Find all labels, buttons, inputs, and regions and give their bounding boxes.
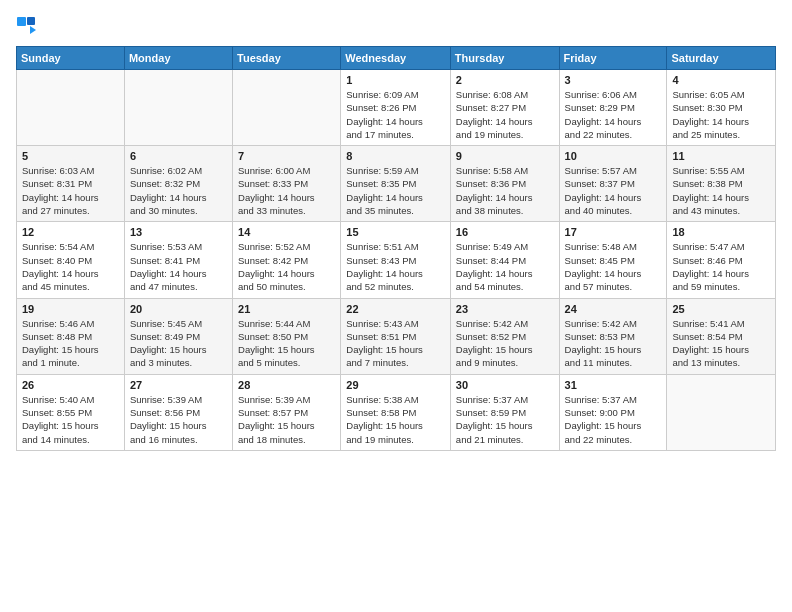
day-cell: 14Sunrise: 5:52 AMSunset: 8:42 PMDayligh… <box>233 222 341 298</box>
header-cell-monday: Monday <box>124 47 232 70</box>
week-row-2: 5Sunrise: 6:03 AMSunset: 8:31 PMDaylight… <box>17 146 776 222</box>
day-number: 10 <box>565 150 662 162</box>
day-info: Sunrise: 5:47 AMSunset: 8:46 PMDaylight:… <box>672 240 770 293</box>
day-info: Sunrise: 6:02 AMSunset: 8:32 PMDaylight:… <box>130 164 227 217</box>
day-cell: 30Sunrise: 5:37 AMSunset: 8:59 PMDayligh… <box>450 374 559 450</box>
day-number: 20 <box>130 303 227 315</box>
logo-icon <box>16 16 36 36</box>
week-row-5: 26Sunrise: 5:40 AMSunset: 8:55 PMDayligh… <box>17 374 776 450</box>
day-cell: 27Sunrise: 5:39 AMSunset: 8:56 PMDayligh… <box>124 374 232 450</box>
svg-marker-2 <box>30 26 36 34</box>
day-info: Sunrise: 5:59 AMSunset: 8:35 PMDaylight:… <box>346 164 445 217</box>
day-number: 12 <box>22 226 119 238</box>
header-row: SundayMondayTuesdayWednesdayThursdayFrid… <box>17 47 776 70</box>
day-number: 31 <box>565 379 662 391</box>
day-number: 9 <box>456 150 554 162</box>
calendar-table: SundayMondayTuesdayWednesdayThursdayFrid… <box>16 46 776 451</box>
day-cell <box>233 70 341 146</box>
day-cell: 1Sunrise: 6:09 AMSunset: 8:26 PMDaylight… <box>341 70 451 146</box>
day-number: 11 <box>672 150 770 162</box>
header-cell-saturday: Saturday <box>667 47 776 70</box>
day-info: Sunrise: 5:48 AMSunset: 8:45 PMDaylight:… <box>565 240 662 293</box>
day-number: 21 <box>238 303 335 315</box>
week-row-3: 12Sunrise: 5:54 AMSunset: 8:40 PMDayligh… <box>17 222 776 298</box>
day-cell: 5Sunrise: 6:03 AMSunset: 8:31 PMDaylight… <box>17 146 125 222</box>
day-number: 18 <box>672 226 770 238</box>
day-cell <box>667 374 776 450</box>
day-info: Sunrise: 5:37 AMSunset: 9:00 PMDaylight:… <box>565 393 662 446</box>
day-info: Sunrise: 5:45 AMSunset: 8:49 PMDaylight:… <box>130 317 227 370</box>
day-cell: 3Sunrise: 6:06 AMSunset: 8:29 PMDaylight… <box>559 70 667 146</box>
logo <box>16 16 38 36</box>
day-cell: 12Sunrise: 5:54 AMSunset: 8:40 PMDayligh… <box>17 222 125 298</box>
day-info: Sunrise: 5:44 AMSunset: 8:50 PMDaylight:… <box>238 317 335 370</box>
header-cell-thursday: Thursday <box>450 47 559 70</box>
day-number: 2 <box>456 74 554 86</box>
day-number: 14 <box>238 226 335 238</box>
day-info: Sunrise: 5:49 AMSunset: 8:44 PMDaylight:… <box>456 240 554 293</box>
day-info: Sunrise: 5:39 AMSunset: 8:57 PMDaylight:… <box>238 393 335 446</box>
day-cell <box>124 70 232 146</box>
page: SundayMondayTuesdayWednesdayThursdayFrid… <box>0 0 792 612</box>
day-info: Sunrise: 5:42 AMSunset: 8:52 PMDaylight:… <box>456 317 554 370</box>
day-cell: 2Sunrise: 6:08 AMSunset: 8:27 PMDaylight… <box>450 70 559 146</box>
day-info: Sunrise: 6:03 AMSunset: 8:31 PMDaylight:… <box>22 164 119 217</box>
day-cell: 7Sunrise: 6:00 AMSunset: 8:33 PMDaylight… <box>233 146 341 222</box>
day-cell: 17Sunrise: 5:48 AMSunset: 8:45 PMDayligh… <box>559 222 667 298</box>
day-number: 15 <box>346 226 445 238</box>
day-cell: 24Sunrise: 5:42 AMSunset: 8:53 PMDayligh… <box>559 298 667 374</box>
day-cell: 9Sunrise: 5:58 AMSunset: 8:36 PMDaylight… <box>450 146 559 222</box>
day-number: 8 <box>346 150 445 162</box>
day-info: Sunrise: 5:52 AMSunset: 8:42 PMDaylight:… <box>238 240 335 293</box>
day-number: 30 <box>456 379 554 391</box>
day-number: 17 <box>565 226 662 238</box>
day-info: Sunrise: 5:51 AMSunset: 8:43 PMDaylight:… <box>346 240 445 293</box>
day-number: 3 <box>565 74 662 86</box>
day-info: Sunrise: 5:38 AMSunset: 8:58 PMDaylight:… <box>346 393 445 446</box>
day-info: Sunrise: 5:57 AMSunset: 8:37 PMDaylight:… <box>565 164 662 217</box>
day-cell: 6Sunrise: 6:02 AMSunset: 8:32 PMDaylight… <box>124 146 232 222</box>
day-cell: 26Sunrise: 5:40 AMSunset: 8:55 PMDayligh… <box>17 374 125 450</box>
day-info: Sunrise: 5:53 AMSunset: 8:41 PMDaylight:… <box>130 240 227 293</box>
day-number: 29 <box>346 379 445 391</box>
day-number: 4 <box>672 74 770 86</box>
day-info: Sunrise: 6:05 AMSunset: 8:30 PMDaylight:… <box>672 88 770 141</box>
day-cell: 20Sunrise: 5:45 AMSunset: 8:49 PMDayligh… <box>124 298 232 374</box>
day-number: 5 <box>22 150 119 162</box>
day-number: 7 <box>238 150 335 162</box>
header <box>16 16 776 36</box>
header-cell-friday: Friday <box>559 47 667 70</box>
day-cell: 8Sunrise: 5:59 AMSunset: 8:35 PMDaylight… <box>341 146 451 222</box>
day-cell: 13Sunrise: 5:53 AMSunset: 8:41 PMDayligh… <box>124 222 232 298</box>
day-info: Sunrise: 6:09 AMSunset: 8:26 PMDaylight:… <box>346 88 445 141</box>
day-info: Sunrise: 6:06 AMSunset: 8:29 PMDaylight:… <box>565 88 662 141</box>
day-cell: 19Sunrise: 5:46 AMSunset: 8:48 PMDayligh… <box>17 298 125 374</box>
day-info: Sunrise: 5:46 AMSunset: 8:48 PMDaylight:… <box>22 317 119 370</box>
day-number: 23 <box>456 303 554 315</box>
calendar-body: 1Sunrise: 6:09 AMSunset: 8:26 PMDaylight… <box>17 70 776 451</box>
svg-rect-0 <box>17 17 26 26</box>
day-number: 16 <box>456 226 554 238</box>
day-number: 27 <box>130 379 227 391</box>
day-cell: 4Sunrise: 6:05 AMSunset: 8:30 PMDaylight… <box>667 70 776 146</box>
day-number: 19 <box>22 303 119 315</box>
header-cell-tuesday: Tuesday <box>233 47 341 70</box>
day-info: Sunrise: 6:00 AMSunset: 8:33 PMDaylight:… <box>238 164 335 217</box>
day-number: 13 <box>130 226 227 238</box>
day-info: Sunrise: 6:08 AMSunset: 8:27 PMDaylight:… <box>456 88 554 141</box>
day-number: 22 <box>346 303 445 315</box>
day-cell: 10Sunrise: 5:57 AMSunset: 8:37 PMDayligh… <box>559 146 667 222</box>
day-info: Sunrise: 5:41 AMSunset: 8:54 PMDaylight:… <box>672 317 770 370</box>
day-cell: 16Sunrise: 5:49 AMSunset: 8:44 PMDayligh… <box>450 222 559 298</box>
day-number: 6 <box>130 150 227 162</box>
day-cell: 18Sunrise: 5:47 AMSunset: 8:46 PMDayligh… <box>667 222 776 298</box>
day-cell: 11Sunrise: 5:55 AMSunset: 8:38 PMDayligh… <box>667 146 776 222</box>
day-cell: 23Sunrise: 5:42 AMSunset: 8:52 PMDayligh… <box>450 298 559 374</box>
day-info: Sunrise: 5:40 AMSunset: 8:55 PMDaylight:… <box>22 393 119 446</box>
day-info: Sunrise: 5:55 AMSunset: 8:38 PMDaylight:… <box>672 164 770 217</box>
day-cell: 28Sunrise: 5:39 AMSunset: 8:57 PMDayligh… <box>233 374 341 450</box>
week-row-4: 19Sunrise: 5:46 AMSunset: 8:48 PMDayligh… <box>17 298 776 374</box>
day-cell: 31Sunrise: 5:37 AMSunset: 9:00 PMDayligh… <box>559 374 667 450</box>
calendar-header: SundayMondayTuesdayWednesdayThursdayFrid… <box>17 47 776 70</box>
day-cell: 25Sunrise: 5:41 AMSunset: 8:54 PMDayligh… <box>667 298 776 374</box>
